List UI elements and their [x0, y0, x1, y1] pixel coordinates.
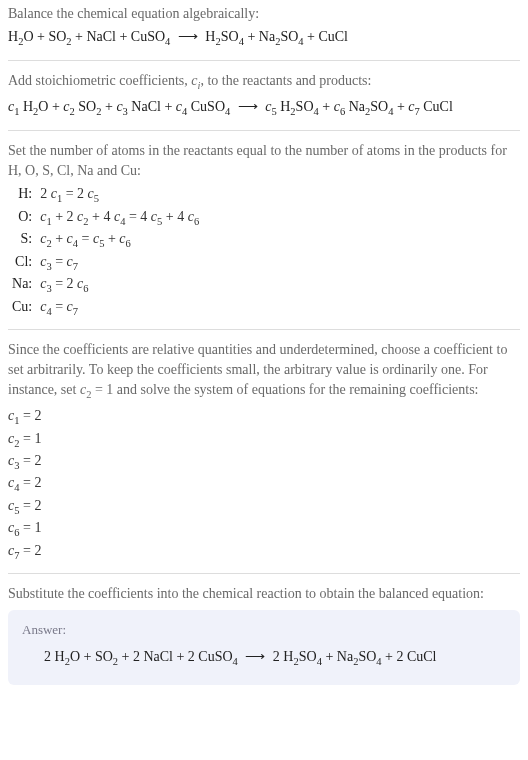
arrow-icon: ⟶ [178, 26, 198, 48]
intro-part-b: , to the reactants and products: [200, 73, 371, 88]
coef-list: c1 = 2 c2 = 1 c3 = 2 c4 = 2 c5 = 2 c6 = … [8, 406, 520, 563]
coef-val: 1 [34, 520, 41, 535]
coef-val: 2 [34, 543, 41, 558]
content: Balance the chemical equation algebraica… [0, 0, 528, 693]
element-eq: c1 + 2 c2 + 4 c4 = 4 c5 + 4 c6 [36, 207, 203, 229]
coef-val: 1 [34, 431, 41, 446]
coef-row: c3 = 2 [8, 451, 520, 473]
element-label: Cl: [8, 252, 36, 274]
intro-part-a: Add stoichiometric coefficients, [8, 73, 191, 88]
coef-row: c1 = 2 [8, 406, 520, 428]
element-eq: c4 = c7 [36, 297, 203, 319]
arrow-icon: ⟶ [245, 646, 265, 668]
section-balance-intro: Balance the chemical equation algebraica… [8, 4, 520, 61]
intro-text: Set the number of atoms in the reactants… [8, 141, 520, 180]
answer-box: Answer: 2 H2O + SO2 + 2 NaCl + 2 CuSO4 ⟶… [8, 610, 520, 685]
intro-text: Since the coefficients are relative quan… [8, 340, 520, 402]
balance-table: H: 2 c1 = 2 c5 O: c1 + 2 c2 + 4 c4 = 4 c… [8, 184, 203, 319]
intro-text: Balance the chemical equation algebraica… [8, 4, 520, 24]
element-label: O: [8, 207, 36, 229]
intro-part-b: and solve the system of equations for th… [113, 382, 478, 397]
element-eq: c2 + c4 = c5 + c6 [36, 229, 203, 251]
arrow-icon: ⟶ [238, 96, 258, 118]
table-row: Cl: c3 = c7 [8, 252, 203, 274]
element-eq: 2 c1 = 2 c5 [36, 184, 203, 206]
table-row: H: 2 c1 = 2 c5 [8, 184, 203, 206]
coef-row: c4 = 2 [8, 473, 520, 495]
section-solve: Since the coefficients are relative quan… [8, 330, 520, 574]
table-row: O: c1 + 2 c2 + 4 c4 = 4 c5 + 4 c6 [8, 207, 203, 229]
section-add-coefs: Add stoichiometric coefficients, ci, to … [8, 61, 520, 131]
coef-val: 2 [34, 408, 41, 423]
element-label: Na: [8, 274, 36, 296]
intro-text: Add stoichiometric coefficients, ci, to … [8, 71, 520, 93]
coef-val: 2 [34, 475, 41, 490]
section-answer: Substitute the coefficients into the che… [8, 574, 520, 684]
element-label: H: [8, 184, 36, 206]
intro-text: Substitute the coefficients into the che… [8, 584, 520, 604]
coef-row: c5 = 2 [8, 496, 520, 518]
table-row: Cu: c4 = c7 [8, 297, 203, 319]
unbalanced-equation: H2O + SO2 + NaCl + CuSO4 ⟶ H2SO4 + Na2SO… [8, 26, 520, 51]
coef-val: 2 [34, 453, 41, 468]
element-label: S: [8, 229, 36, 251]
coef-row: c7 = 2 [8, 541, 520, 563]
balanced-equation: 2 H2O + SO2 + 2 NaCl + 2 CuSO4 ⟶ 2 H2SO4… [22, 646, 506, 671]
coef-row: c6 = 1 [8, 518, 520, 540]
answer-label: Answer: [22, 622, 506, 638]
section-atom-balance: Set the number of atoms in the reactants… [8, 131, 520, 330]
coef-equation: c1 H2O + c2 SO2 + c3 NaCl + c4 CuSO4 ⟶ c… [8, 96, 520, 121]
coef-row: c2 = 1 [8, 429, 520, 451]
element-eq: c3 = 2 c6 [36, 274, 203, 296]
table-row: S: c2 + c4 = c5 + c6 [8, 229, 203, 251]
element-label: Cu: [8, 297, 36, 319]
coef-val: 2 [34, 498, 41, 513]
element-eq: c3 = c7 [36, 252, 203, 274]
table-row: Na: c3 = 2 c6 [8, 274, 203, 296]
